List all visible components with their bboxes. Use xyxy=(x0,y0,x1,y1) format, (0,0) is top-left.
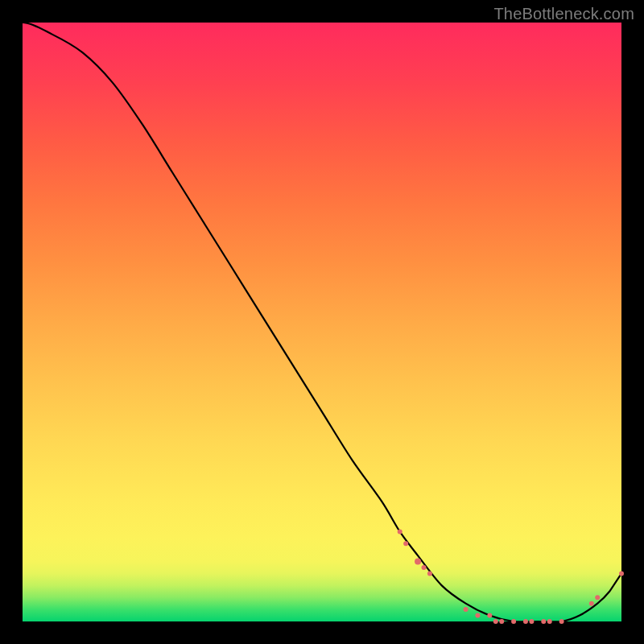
watermark-text: TheBottleneck.com xyxy=(493,5,634,23)
data-dot xyxy=(499,619,504,624)
data-dot xyxy=(529,619,534,624)
chart-frame: TheBottleneck.com xyxy=(0,0,644,644)
data-dot xyxy=(523,619,528,624)
bottleneck-curve xyxy=(23,23,621,621)
plot-area xyxy=(23,23,621,621)
data-dot xyxy=(487,613,492,618)
data-dot xyxy=(398,529,402,534)
data-dot xyxy=(589,601,594,606)
data-dot xyxy=(511,619,516,624)
data-dot xyxy=(493,619,498,624)
data-dot xyxy=(403,541,408,546)
data-dot xyxy=(541,619,546,624)
data-dot xyxy=(547,619,552,624)
data-dot xyxy=(464,607,469,612)
data-dot xyxy=(427,571,432,576)
data-dot xyxy=(619,571,624,576)
data-dot xyxy=(475,613,480,618)
data-dot xyxy=(421,565,426,570)
chart-svg xyxy=(23,23,621,621)
data-dot xyxy=(559,619,564,624)
data-dot xyxy=(415,559,421,565)
data-dot xyxy=(595,595,600,600)
